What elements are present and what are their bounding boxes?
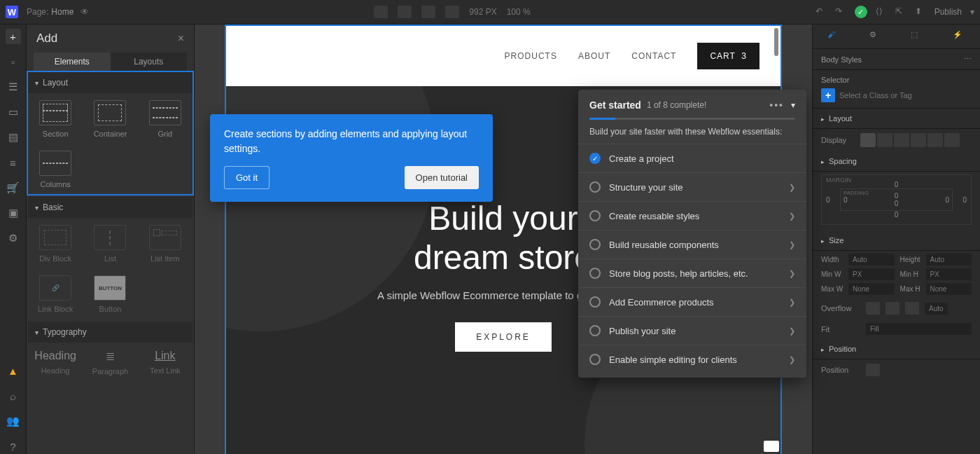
max-height-input[interactable]: None [926,283,972,295]
effects-tab-icon[interactable]: ⚡ [953,30,965,43]
got-it-button[interactable]: Got it [224,166,270,189]
element-columns[interactable]: Columns [28,144,83,194]
element-list[interactable]: List [83,218,137,268]
nav-about[interactable]: ABOUT [578,51,610,61]
check-circle-icon [589,239,601,250]
breakpoint-desktop-icon[interactable] [398,6,412,18]
tutorials-icon[interactable]: ? [6,439,21,454]
navigator-icon[interactable]: ▫ [6,54,21,69]
selector-input[interactable] [839,88,972,102]
group-basic: Basic Div Block List List Item 🔗Link Blo… [27,195,194,320]
canvas-resize-handle[interactable] [764,441,779,452]
code-icon[interactable]: ⟨⟩ [876,6,887,18]
more-icon[interactable]: ••• [769,99,784,111]
help-icon[interactable]: 👥 [6,413,21,429]
max-width-input[interactable]: None [848,283,894,295]
checklist-item[interactable]: Enable simple editing for clients❯ [578,345,806,373]
element-grid[interactable]: Grid [138,93,192,144]
section-spacing[interactable]: Spacing [813,151,980,172]
users-icon[interactable]: ▣ [6,205,21,221]
element-div-block[interactable]: Div Block [28,218,83,268]
display-block-icon[interactable] [860,133,876,147]
page-name[interactable]: Home [51,7,74,17]
overflow-visible-icon[interactable] [866,302,880,315]
element-text-link[interactable]: LinkText Link [138,343,192,383]
scrollbar-thumb[interactable] [774,28,778,56]
element-container[interactable]: Container [83,93,137,144]
audit-icon[interactable]: ⬆ [915,6,926,18]
overflow-auto[interactable]: Auto [925,303,948,315]
display-grid-icon[interactable] [894,133,909,147]
redo-icon[interactable]: ↷ [835,6,846,18]
section-size[interactable]: Size [813,231,980,251]
checklist-item[interactable]: Create reusable styles❯ [578,201,806,230]
section-layout[interactable]: Layout [813,109,980,129]
element-paragraph[interactable]: ≣Paragraph [83,343,137,383]
preview-icon[interactable]: 👁 [80,7,89,17]
chevron-down-icon[interactable]: ▾ [970,7,974,17]
components-icon[interactable]: ▭ [6,104,21,120]
settings-tab-icon[interactable]: ⚙ [869,30,882,43]
nav-contact[interactable]: CONTACT [631,51,676,61]
settings-icon[interactable]: ⚙ [6,231,21,246]
publish-button[interactable]: Publish [934,7,962,17]
group-basic-header[interactable]: Basic [28,197,192,218]
undo-icon[interactable]: ↶ [816,6,827,18]
tab-layouts[interactable]: Layouts [111,53,188,71]
element-heading[interactable]: HeadingHeading [28,343,83,383]
checklist-item[interactable]: Structure your site❯ [578,172,806,201]
checklist-item[interactable]: ✓Create a project [578,144,806,172]
open-tutorial-button[interactable]: Open tutorial [405,166,479,189]
interactions-tab-icon[interactable]: ⬚ [911,30,923,43]
breakpoint-base-icon[interactable] [374,6,388,18]
cms-icon[interactable]: ≡ [6,155,21,170]
webflow-logo-icon[interactable]: W [6,6,18,18]
tab-elements[interactable]: Elements [34,53,111,71]
element-button[interactable]: BUTTONButton [83,268,137,319]
display-none-icon[interactable] [944,133,960,147]
breakpoint-mobile-icon[interactable] [445,6,459,18]
nav-products[interactable]: PRODUCTS [505,51,557,61]
spacing-editor[interactable]: MARGIN 0 0 0 PADDING 0 0 0 0 0 [821,174,972,225]
style-tab-icon[interactable]: 🖌 [827,30,840,43]
assets-icon[interactable]: ▤ [6,130,21,145]
breakpoint-tablet-icon[interactable] [421,6,435,18]
display-inline-block-icon[interactable] [911,133,926,147]
element-section[interactable]: Section [28,93,83,144]
group-typography-header[interactable]: Typography [28,322,192,343]
checklist-item[interactable]: Add Ecommerce products❯ [578,287,806,316]
pages-icon[interactable]: ☰ [6,79,21,95]
add-class-icon[interactable]: + [821,88,835,102]
paragraph-icon: ≣ [83,350,137,363]
width-input[interactable]: Auto [848,254,894,266]
overflow-hidden-icon[interactable] [886,302,899,315]
checklist-item[interactable]: Publish your site❯ [578,316,806,345]
check-circle-icon [589,325,601,336]
nav-cart-button[interactable]: CART 3 [697,43,760,69]
height-input[interactable]: Auto [926,254,972,266]
min-height-input[interactable]: PX [926,268,972,280]
export-icon[interactable]: ⇱ [895,6,906,18]
add-elements-icon[interactable]: + [6,29,21,44]
overflow-scroll-icon[interactable] [905,302,919,315]
hero-cta-button[interactable]: EXPLORE [455,322,552,352]
element-list-item[interactable]: List Item [138,218,192,268]
checklist-item[interactable]: Store blog posts, help articles, etc.❯ [578,259,806,287]
get-started-subtitle: Build your site faster with these Webflo… [578,127,806,144]
search-icon[interactable]: ⌕ [6,388,21,404]
group-layout-header[interactable]: Layout [28,72,192,93]
ecommerce-icon[interactable]: 🛒 [6,180,21,195]
display-flex-icon[interactable] [877,133,892,147]
section-position[interactable]: Position [813,339,980,359]
more-icon[interactable]: ⋯ [964,55,972,64]
fit-select[interactable]: Fill [866,323,972,335]
min-width-input[interactable]: PX [848,268,894,280]
chevron-right-icon: ❯ [789,183,795,192]
checklist-item[interactable]: Build reusable components❯ [578,230,806,259]
close-icon[interactable]: × [178,32,184,45]
chevron-down-icon[interactable]: ▾ [791,100,795,110]
alerts-icon[interactable]: ▲ [6,363,21,378]
display-inline-icon[interactable] [927,133,943,147]
position-icon[interactable] [866,364,880,376]
element-link-block[interactable]: 🔗Link Block [28,268,83,319]
